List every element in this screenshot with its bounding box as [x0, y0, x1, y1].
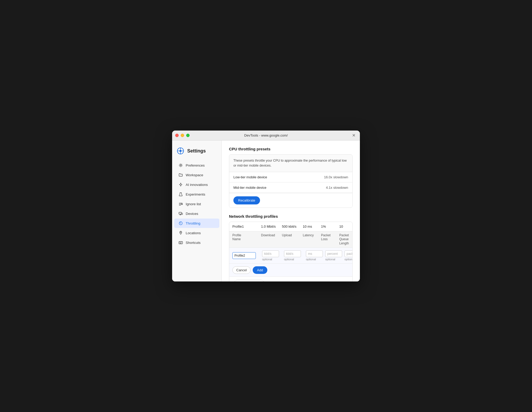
header-profile-name: ProfileName	[232, 233, 261, 246]
packet-queue-optional-label: optional	[344, 258, 353, 261]
profile-packet-queue-input[interactable]	[344, 250, 353, 257]
ai-label: AI innovations	[186, 183, 208, 187]
svg-point-2	[180, 165, 182, 166]
sparkle-icon	[178, 182, 183, 187]
profile1-latency: 10 ms	[303, 225, 321, 228]
devices-icon	[178, 211, 183, 216]
sidebar-item-devices[interactable]: Devices	[174, 209, 219, 218]
cpu-section-title: CPU throttling presets	[229, 147, 353, 151]
experiments-label: Experiments	[186, 192, 205, 196]
sidebar-item-experiments[interactable]: Experiments	[174, 190, 219, 199]
svg-point-11	[180, 223, 181, 223]
sidebar-item-preferences[interactable]: Preferences	[174, 161, 219, 170]
svg-rect-13	[179, 242, 183, 244]
svg-rect-8	[179, 212, 182, 214]
profile-packet-loss-input[interactable]	[325, 250, 342, 257]
locations-label: Locations	[186, 231, 201, 235]
cancel-button[interactable]: Cancel	[232, 266, 251, 274]
header-latency: Latency	[303, 233, 321, 246]
titlebar: DevTools - www.google.com/ ✕	[172, 131, 360, 140]
latency-input-col: optional	[306, 250, 324, 261]
close-button[interactable]: ✕	[351, 133, 356, 138]
header-download: Download	[261, 233, 282, 246]
svg-rect-14	[179, 242, 180, 243]
throttling-icon	[178, 221, 183, 226]
mid-tier-row: Mid-tier mobile device 4.1x slowdown	[229, 183, 352, 193]
download-optional-label: optional	[262, 258, 272, 261]
folder-icon	[178, 173, 183, 177]
sidebar-item-ai[interactable]: AI innovations	[174, 180, 219, 189]
sidebar-title: Settings	[187, 148, 206, 154]
gear-icon	[178, 163, 183, 168]
svg-rect-15	[180, 242, 181, 243]
packet-loss-input-col: optional	[325, 250, 343, 261]
profile1-packet-queue: 10	[339, 225, 353, 228]
packet-loss-optional-label: optional	[325, 258, 335, 261]
low-tier-value: 16.0x slowdown	[324, 175, 348, 179]
low-tier-label: Low-tier mobile device	[233, 175, 267, 179]
main-content: Settings Preferences	[172, 140, 360, 281]
cpu-throttling-card: These presets throttle your CPU to appro…	[229, 154, 353, 208]
throttling-label: Throttling	[186, 221, 200, 225]
mid-tier-value: 4.1x slowdown	[326, 186, 348, 190]
shortcuts-label: Shortcuts	[186, 241, 201, 245]
profile-upload-input[interactable]	[284, 250, 301, 257]
profile1-download: 1.0 Mbit/s	[261, 225, 282, 228]
close-traffic-light[interactable]	[175, 134, 179, 137]
profile-headers-row: ProfileName Download Upload Latency Pack…	[229, 231, 352, 248]
profile1-upload: 500 kbit/s	[282, 225, 303, 228]
flask-icon	[178, 192, 183, 197]
download-input-col: optional	[262, 250, 283, 261]
profile-latency-input[interactable]	[306, 250, 323, 257]
recalibrate-button[interactable]: Recalibrate	[233, 196, 260, 204]
profile1-name: Profile1	[232, 225, 261, 228]
svg-rect-16	[181, 242, 182, 243]
upload-input-col: optional	[284, 250, 305, 261]
upload-optional-label: optional	[284, 258, 294, 261]
cpu-description: These presets throttle your CPU to appro…	[229, 155, 352, 172]
keyboard-icon	[178, 240, 183, 245]
profile-download-input[interactable]	[262, 250, 279, 257]
sidebar: Settings Preferences	[172, 140, 222, 281]
preferences-label: Preferences	[186, 163, 205, 167]
network-throttling-card: Profile1 1.0 Mbit/s 500 kbit/s 10 ms 1% …	[229, 222, 353, 282]
settings-icon	[176, 147, 185, 155]
workspace-label: Workspace	[186, 173, 203, 177]
location-icon	[178, 231, 183, 235]
svg-rect-17	[180, 243, 182, 244]
profile-actions: Cancel Add	[229, 264, 352, 277]
minimize-traffic-light[interactable]	[181, 134, 184, 137]
profile1-packet-loss: 1%	[321, 225, 339, 228]
main-panel: CPU throttling presets These presets thr…	[222, 140, 360, 281]
cpu-card-footer: Recalibrate	[229, 193, 352, 208]
existing-profile-row: Profile1 1.0 Mbit/s 500 kbit/s 10 ms 1% …	[229, 222, 352, 231]
devtools-window: DevTools - www.google.com/ ✕ Settings	[172, 131, 360, 281]
sidebar-item-workspace[interactable]: Workspace	[174, 170, 219, 180]
profile-name-input[interactable]	[232, 252, 256, 259]
packet-queue-input-col: optional	[344, 250, 353, 261]
svg-rect-9	[182, 213, 183, 215]
sidebar-header: Settings	[172, 145, 221, 160]
mid-tier-label: Mid-tier mobile device	[233, 186, 266, 190]
low-tier-row: Low-tier mobile device 16.0x slowdown	[229, 172, 352, 183]
add-button[interactable]: Add	[253, 266, 267, 274]
sidebar-item-ignore-list[interactable]: Ignore list	[174, 199, 219, 209]
maximize-traffic-light[interactable]	[186, 134, 190, 137]
sidebar-item-throttling[interactable]: Throttling	[174, 219, 219, 228]
header-packet-loss: PacketLoss	[321, 233, 339, 246]
ignore-icon	[178, 202, 183, 206]
svg-point-12	[180, 232, 181, 233]
add-profile-row: + + Add profile	[229, 277, 352, 281]
name-input-col	[232, 252, 261, 259]
svg-point-1	[179, 150, 182, 152]
network-section-title: Network throttling profiles	[229, 214, 353, 219]
header-packet-queue: PacketQueueLength	[339, 233, 353, 246]
devices-label: Devices	[186, 212, 198, 216]
traffic-lights	[175, 134, 190, 137]
sidebar-item-shortcuts[interactable]: Shortcuts	[174, 238, 219, 247]
latency-optional-label: optional	[306, 258, 316, 261]
window-title: DevTools - www.google.com/	[244, 133, 288, 137]
sidebar-item-locations[interactable]: Locations	[174, 228, 219, 238]
add-profile-button[interactable]: + + Add profile	[233, 280, 265, 281]
ignore-list-label: Ignore list	[186, 202, 201, 206]
